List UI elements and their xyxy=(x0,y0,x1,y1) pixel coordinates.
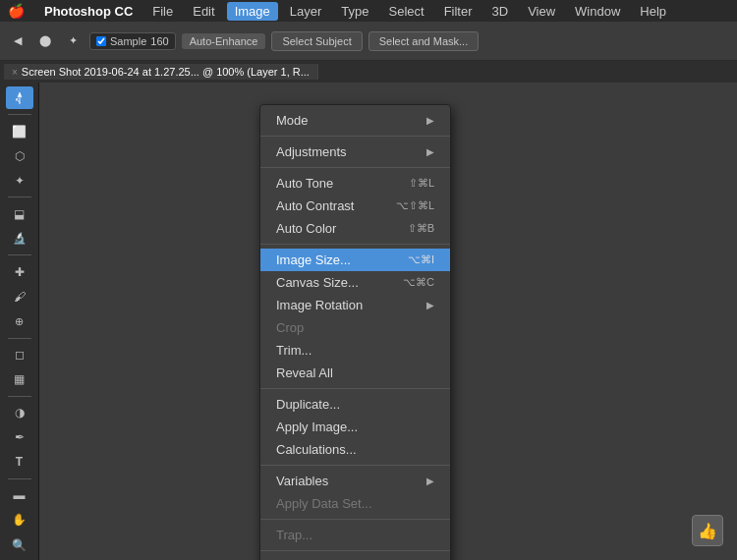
menu-file[interactable]: File xyxy=(144,2,181,21)
magic-wand[interactable]: ✦ xyxy=(6,169,33,192)
menu-image-rotation[interactable]: Image Rotation ▶ xyxy=(260,294,450,316)
text-tool[interactable]: T xyxy=(6,451,33,474)
magic-tool-btn[interactable]: ✦ xyxy=(63,31,84,50)
menu-trim[interactable]: Trim... xyxy=(260,339,450,362)
image-menu[interactable]: Mode ▶ Adjustments ▶ Auto Tone ⇧⌘L Auto … xyxy=(259,104,451,560)
tool-divider-1 xyxy=(8,114,31,115)
heal-tool[interactable]: ✚ xyxy=(6,260,33,283)
menubar: 🍎 Photoshop CC File Edit Image Layer Typ… xyxy=(0,0,737,22)
zoom-tool[interactable]: 🔍 xyxy=(6,533,33,556)
sample-count: 160 xyxy=(150,35,168,47)
main-area: ↖ ⬜ ⬡ ✦ ⬓ 🔬 ✚ 🖌 ⊕ ◻ ▦ ◑ ✒ T ▬ ✋ 🔍 Mode xyxy=(0,83,737,560)
tool-divider-4 xyxy=(8,338,31,339)
sample-label: Sample xyxy=(110,35,146,47)
menu-select[interactable]: Select xyxy=(380,2,431,21)
menu-analysis[interactable]: Analysis ▶ xyxy=(260,555,450,560)
menu-3d[interactable]: 3D xyxy=(484,2,517,21)
gradient-tool[interactable]: ▦ xyxy=(6,368,33,391)
sep-7 xyxy=(260,550,450,551)
canvas-area: Mode ▶ Adjustments ▶ Auto Tone ⇧⌘L Auto … xyxy=(39,83,737,560)
tab-title: Screen Shot 2019-06-24 at 1.27.25... @ 1… xyxy=(22,66,310,78)
tool-divider-6 xyxy=(8,478,31,479)
menu-help[interactable]: Help xyxy=(632,2,674,21)
eyedropper-tool[interactable]: 🔬 xyxy=(6,227,33,250)
toolbar: ◀ ⬤ ✦ Sample 160 Auto-Enhance Select Sub… xyxy=(0,22,737,61)
menu-window[interactable]: Window xyxy=(567,2,628,21)
document-tab[interactable]: × Screen Shot 2019-06-24 at 1.27.25... @… xyxy=(4,64,318,80)
app-name: Photoshop CC xyxy=(36,4,141,19)
shape-tool[interactable]: ▬ xyxy=(6,484,33,507)
select-subject-btn[interactable]: Select Subject xyxy=(271,31,362,51)
menu-edit[interactable]: Edit xyxy=(185,2,222,21)
svg-text:↖: ↖ xyxy=(15,96,22,105)
lasso-tool[interactable]: ⬡ xyxy=(6,144,33,167)
sep-6 xyxy=(260,519,450,520)
menu-view[interactable]: View xyxy=(520,2,563,21)
eraser-tool[interactable]: ◻ xyxy=(6,343,33,365)
apple-menu[interactable]: 🍎 xyxy=(8,3,25,19)
hand-tool[interactable]: ✋ xyxy=(6,509,33,532)
tool-divider-2 xyxy=(8,196,31,197)
brush-tool-btn[interactable]: ⬤ xyxy=(33,31,57,50)
crop-tool[interactable]: ⬓ xyxy=(6,202,33,225)
brush-tool[interactable]: 🖌 xyxy=(6,285,33,308)
sep-2 xyxy=(260,167,450,168)
menu-reveal-all[interactable]: Reveal All xyxy=(260,362,450,384)
menu-auto-contrast[interactable]: Auto Contrast ⌥⇧⌘L xyxy=(260,195,450,217)
sep-4 xyxy=(260,388,450,389)
menu-image[interactable]: Image xyxy=(227,2,278,21)
sample-checkbox[interactable] xyxy=(96,36,106,46)
tool-divider-3 xyxy=(8,254,31,255)
menu-apply-image[interactable]: Apply Image... xyxy=(260,416,450,438)
pen-tool[interactable]: ✒ xyxy=(6,426,33,449)
auto-enhance-btn[interactable]: Auto-Enhance xyxy=(182,33,266,49)
tools-sidebar: ↖ ⬜ ⬡ ✦ ⬓ 🔬 ✚ 🖌 ⊕ ◻ ▦ ◑ ✒ T ▬ ✋ 🔍 xyxy=(0,83,39,560)
menu-auto-tone[interactable]: Auto Tone ⇧⌘L xyxy=(260,172,450,195)
menu-layer[interactable]: Layer xyxy=(282,2,330,21)
menu-auto-color[interactable]: Auto Color ⇧⌘B xyxy=(260,217,450,240)
menu-type[interactable]: Type xyxy=(333,2,376,21)
sample-size: Sample 160 xyxy=(89,32,176,50)
tab-close-btn[interactable]: × xyxy=(12,67,18,78)
tabbar: × Screen Shot 2019-06-24 at 1.27.25... @… xyxy=(0,61,737,83)
menu-duplicate[interactable]: Duplicate... xyxy=(260,393,450,416)
menu-crop: Crop xyxy=(260,316,450,339)
menu-adjustments[interactable]: Adjustments ▶ xyxy=(260,140,450,163)
sep-3 xyxy=(260,244,450,245)
tool-divider-5 xyxy=(8,396,31,397)
tool-options-btn[interactable]: ◀ xyxy=(8,31,28,50)
select-mask-btn[interactable]: Select and Mask... xyxy=(368,31,480,51)
menu-apply-data-set: Apply Data Set... xyxy=(260,492,450,515)
dropdown-overlay: Mode ▶ Adjustments ▶ Auto Tone ⇧⌘L Auto … xyxy=(39,83,737,560)
menu-mode[interactable]: Mode ▶ xyxy=(260,109,450,132)
menu-trap: Trap... xyxy=(260,524,450,546)
sep-5 xyxy=(260,465,450,466)
clone-tool[interactable]: ⊕ xyxy=(6,309,33,332)
menu-variables[interactable]: Variables ▶ xyxy=(260,470,450,492)
thumbsup-btn[interactable]: 👍 xyxy=(692,515,723,546)
dodge-tool[interactable]: ◑ xyxy=(6,402,33,424)
menu-image-size[interactable]: Image Size... ⌥⌘I xyxy=(260,249,450,271)
sep-1 xyxy=(260,136,450,137)
move-tool[interactable]: ↖ xyxy=(6,86,33,109)
menu-calculations[interactable]: Calculations... xyxy=(260,438,450,461)
marquee-tool[interactable]: ⬜ xyxy=(6,120,33,142)
menu-filter[interactable]: Filter xyxy=(436,2,481,21)
menu-canvas-size[interactable]: Canvas Size... ⌥⌘C xyxy=(260,271,450,294)
